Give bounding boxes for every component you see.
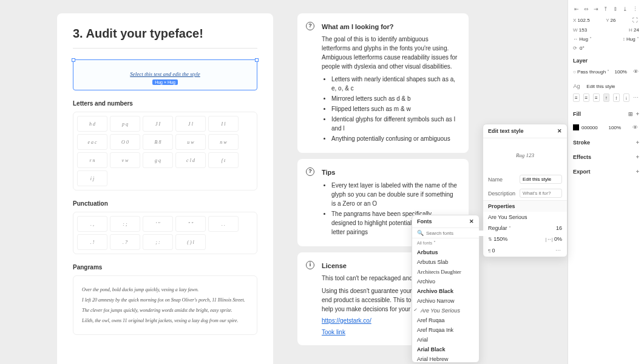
sample-text[interactable]: Select this text and edit the style bbox=[130, 71, 200, 77]
info-icon: i bbox=[306, 261, 314, 269]
name-field[interactable] bbox=[520, 175, 562, 184]
eye-icon[interactable]: 👁 bbox=[632, 124, 639, 131]
font-item[interactable]: Arbutus bbox=[412, 248, 479, 257]
font-item[interactable]: Aref Ruqaa Ink bbox=[412, 325, 479, 335]
styles-icon[interactable]: ⊞ bbox=[627, 110, 634, 118]
font-weight[interactable]: Regular ˅ bbox=[488, 225, 552, 231]
close-icon[interactable]: ✕ bbox=[469, 218, 474, 224]
hug-w[interactable]: Hug bbox=[579, 36, 588, 42]
para-spacing[interactable]: 0 bbox=[492, 248, 495, 254]
hug-h[interactable]: Hug bbox=[626, 36, 636, 42]
glyph-cell[interactable]: g q bbox=[143, 152, 173, 168]
more-icon[interactable]: ⋯ bbox=[633, 94, 639, 101]
font-item[interactable]: Arial Hebrew bbox=[412, 354, 479, 362]
glyph-cell[interactable]: ( ) l bbox=[175, 234, 206, 250]
x-value[interactable]: 102.5 bbox=[578, 18, 590, 23]
pangram-line[interactable]: Lilith, the owl, owns 11 original bright… bbox=[82, 318, 248, 323]
close-icon[interactable]: ✕ bbox=[557, 128, 562, 134]
pangram-line[interactable]: Over the pond, bold ducks jump quickly, … bbox=[82, 287, 248, 292]
edit-style-link[interactable]: Edit this style bbox=[586, 84, 615, 89]
glyph-cell[interactable]: B 8 bbox=[143, 134, 173, 150]
glyph-cell[interactable]: : ; bbox=[110, 216, 140, 232]
font-item[interactable]: Arbutus Slab bbox=[412, 257, 479, 267]
glyph-cell[interactable]: i j bbox=[77, 170, 107, 186]
glyph-cell[interactable]: ' " bbox=[143, 216, 173, 232]
text-center-icon[interactable]: ≡ bbox=[583, 93, 590, 102]
glyph-cell[interactable]: . , bbox=[77, 216, 107, 232]
font-item[interactable]: Are You Serious bbox=[412, 306, 479, 315]
glyph-cell[interactable]: h d bbox=[77, 116, 107, 132]
glyph-cell[interactable]: J l bbox=[175, 116, 206, 132]
more-icon[interactable]: ⋯ bbox=[555, 247, 562, 254]
font-item[interactable]: Archivo Black bbox=[412, 286, 479, 296]
glyph-cell[interactable]: . ? bbox=[110, 234, 140, 250]
glyph-cell[interactable]: I l bbox=[208, 116, 239, 132]
glyph-cell[interactable]: f t bbox=[208, 152, 239, 168]
font-item[interactable]: Archivo Narrow bbox=[412, 296, 479, 306]
font-size[interactable]: 16 bbox=[556, 225, 562, 231]
font-search-input[interactable] bbox=[426, 231, 490, 236]
expand-icon[interactable]: ⛶ bbox=[632, 16, 639, 24]
text-left-icon[interactable]: ≡ bbox=[573, 93, 580, 102]
glyph-cell[interactable]: J I bbox=[143, 116, 173, 132]
align-left-icon[interactable]: ⇤ bbox=[573, 5, 580, 13]
glyph-cell[interactable]: r n bbox=[77, 152, 107, 168]
align-bottom-icon[interactable]: ⤓ bbox=[622, 5, 629, 13]
fill-opacity[interactable]: 100% bbox=[609, 125, 621, 130]
glyph-cell[interactable]: . ! bbox=[77, 234, 107, 250]
glyph-cell[interactable]: c l d bbox=[175, 152, 206, 168]
glyph-cell[interactable]: p q bbox=[110, 116, 140, 132]
glyph-cell[interactable]: . . bbox=[208, 216, 239, 232]
glyph-cell[interactable]: v w bbox=[110, 152, 140, 168]
glyph-cell[interactable]: ; : bbox=[143, 234, 173, 250]
text-right-icon[interactable]: ≡ bbox=[593, 93, 600, 102]
list-item: Flipped letters such as m & w bbox=[331, 104, 458, 113]
layer-opacity[interactable]: 100% bbox=[614, 69, 626, 75]
h-value[interactable]: 24 bbox=[634, 27, 639, 33]
rotation[interactable]: 0° bbox=[580, 46, 585, 51]
add-stroke-button[interactable]: + bbox=[636, 140, 639, 146]
font-item[interactable]: Aref Ruqaa bbox=[412, 315, 479, 325]
font-item[interactable]: Arial bbox=[412, 335, 479, 345]
add-effect-button[interactable]: + bbox=[636, 154, 639, 160]
font-family[interactable]: Are You Serious bbox=[488, 214, 562, 220]
glyph-cell[interactable]: e a c bbox=[77, 134, 107, 150]
divider bbox=[73, 48, 257, 49]
fill-swatch[interactable] bbox=[573, 124, 579, 130]
text-middle-icon[interactable]: ↕ bbox=[613, 93, 620, 102]
all-fonts-label: All fonts ˅ bbox=[412, 238, 479, 248]
align-top-icon[interactable]: ⤒ bbox=[602, 5, 609, 13]
line-height[interactable]: 150% bbox=[493, 236, 507, 242]
add-fill-button[interactable]: + bbox=[636, 111, 639, 117]
text-bottom-icon[interactable]: ↓ bbox=[623, 93, 630, 102]
align-vcenter-icon[interactable]: ⇕ bbox=[612, 5, 619, 13]
eye-icon[interactable]: 👁 bbox=[632, 68, 639, 75]
font-item[interactable]: Archivo bbox=[412, 277, 479, 286]
font-item[interactable]: Architects Daughter bbox=[412, 267, 479, 277]
letter-spacing[interactable]: 0% bbox=[554, 236, 562, 242]
selected-text-frame[interactable]: Select this text and edit the style Hug … bbox=[73, 59, 257, 90]
glyph-cell[interactable]: n w bbox=[208, 134, 239, 150]
glyph-cell[interactable]: O 0 bbox=[110, 134, 140, 150]
what-body: The goal of this is to identify ambiguou… bbox=[322, 35, 458, 71]
pangram-line[interactable]: The clever fox jumps quickly, wondering … bbox=[82, 308, 248, 313]
blend-mode[interactable]: Pass through bbox=[577, 69, 606, 75]
distribute-icon[interactable]: ⋮ bbox=[631, 5, 639, 13]
audit-card: 3. Audit your typeface! Select this text… bbox=[57, 13, 273, 364]
font-item[interactable]: Arial Black bbox=[412, 345, 479, 354]
align-hcenter-icon[interactable]: ⇔ bbox=[583, 5, 590, 13]
pangram-line[interactable]: I left 20 amnesty by the quick morning f… bbox=[82, 297, 248, 303]
font-list: ArbutusArbutus SlabArchitects DaughterAr… bbox=[412, 248, 479, 362]
y-value[interactable]: 26 bbox=[611, 18, 616, 23]
list-item: Every text layer is labeled with the nam… bbox=[331, 181, 458, 208]
w-value[interactable]: 153 bbox=[579, 27, 587, 33]
align-right-icon[interactable]: ⇥ bbox=[592, 5, 600, 13]
glyph-cell[interactable]: " " bbox=[175, 216, 206, 232]
fill-hex[interactable]: 000000 bbox=[581, 125, 598, 130]
align-toolbar: ⇤ ⇔ ⇥ ⤒ ⇕ ⤓ ⋮ bbox=[573, 4, 639, 15]
add-export-button[interactable]: + bbox=[636, 169, 639, 175]
desc-field[interactable] bbox=[520, 189, 562, 198]
glyph-cell[interactable]: u w bbox=[175, 134, 206, 150]
text-top-icon[interactable]: ↑ bbox=[603, 93, 610, 102]
punct-grid: . ,: ;' "" ". .. !. ?; :( ) l bbox=[73, 212, 257, 254]
